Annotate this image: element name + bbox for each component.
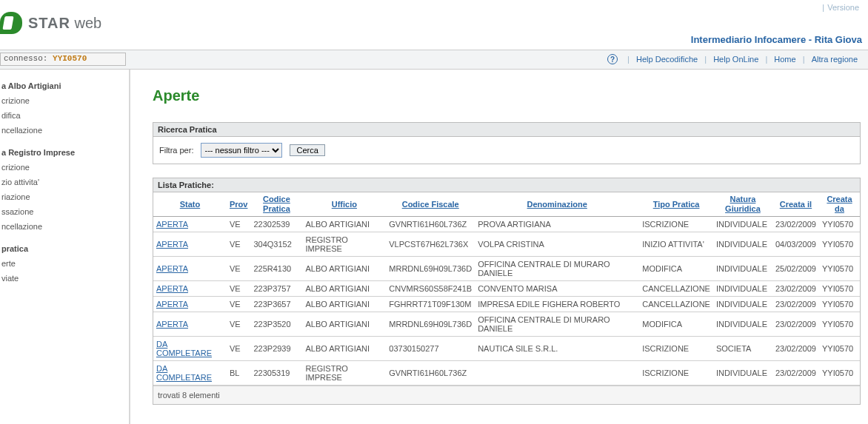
sidebar-item[interactable]: ncellazione [0,219,129,234]
link-help-decodifiche[interactable]: Help Decodifiche [636,55,698,64]
cell-codice: 22302539 [250,217,302,232]
col-creata-il[interactable]: Creata il [772,192,819,217]
sidebar-group-albo: a Albo Artigiani [0,77,129,93]
cell-codice: 225R4130 [250,257,302,281]
cell-codice: 22305319 [250,361,302,386]
cell-creata-il: 23/02/2009 [772,217,819,232]
cell-creata-da: YYI0570 [819,337,860,361]
cell-ufficio: REGISTRO IMPRESE [302,232,386,257]
cell-denom: NAUTICA SILE S.R.L. [475,337,639,361]
stato-link[interactable]: APERTA [156,284,188,293]
link-home[interactable]: Home [774,55,795,64]
cell-ufficio: REGISTRO IMPRESE [302,361,386,386]
table-row: DA COMPLETAREVE223P2939ALBO ARTIGIANI037… [153,337,860,361]
cell-creata-da: YYI0570 [819,361,860,386]
cell-natura: SOCIETA [713,337,772,361]
table-row: APERTAVE22302539ALBO ARTIGIANIGVNRTI61H6… [153,217,860,232]
cell-tipo: ISCRIZIONE [639,337,713,361]
cell-cf: MRRDNL69H09L736D [386,257,475,281]
cell-prov: VE [227,337,250,361]
cell-ufficio: ALBO ARTIGIANI [302,281,386,297]
stato-link[interactable]: APERTA [156,300,188,309]
table-row: APERTAVE223P3520ALBO ARTIGIANIMRRDNL69H0… [153,312,860,337]
filter-panel-title: Ricerca Pratica [153,123,860,137]
stato-link[interactable]: APERTA [156,240,188,249]
col-codice-fiscale[interactable]: Codice Fiscale [386,192,475,217]
intermediary-label: Intermediario Infocamere - Rita Giova [691,34,862,45]
cell-natura: INDIVIDUALE [713,217,772,232]
sidebar-item[interactable]: crizione [0,93,129,108]
col-natura-giuridica[interactable]: Natura Giuridica [713,192,772,217]
cell-tipo: CANCELLAZIONE [639,297,713,312]
cell-creata-il: 23/02/2009 [772,297,819,312]
sidebar-item[interactable]: crizione [0,160,129,175]
col-ufficio[interactable]: Ufficio [302,192,386,217]
stato-link[interactable]: DA COMPLETARE [156,340,212,357]
sidebar-item[interactable]: ssazione [0,204,129,219]
col-creata-da[interactable]: Creata da [819,192,860,217]
filter-select[interactable]: --- nessun filtro --- [201,143,282,158]
sidebar-item[interactable]: ncellazione [0,123,129,138]
stato-link[interactable]: DA COMPLETARE [156,364,212,382]
cell-creata-il: 23/02/2009 [772,337,819,361]
col-tipo-pratica[interactable]: Tipo Pratica [639,192,713,217]
cell-tipo: ISCRIZIONE [639,217,713,232]
search-button[interactable]: Cerca [290,144,324,156]
sidebar-item[interactable]: viate [0,271,129,286]
version-label[interactable]: |Versione [822,3,862,12]
sidebar-group-pratica: pratica [0,240,129,256]
sidebar-item[interactable]: zio attivita' [0,175,129,189]
pratiche-table: Stato Prov Codice Pratica Ufficio Codice… [153,192,860,386]
cell-creata-da: YYI0570 [819,312,860,337]
table-row: APERTAVE225R4130ALBO ARTIGIANIMRRDNL69H0… [153,257,860,281]
cell-prov: VE [227,281,250,297]
cell-cf: GVNRTI61H60L736Z [386,361,475,386]
cell-creata-il: 25/02/2009 [772,257,819,281]
sidebar-item[interactable]: difica [0,108,129,123]
app-logo: STAR web [0,12,101,34]
cell-codice: 223P3520 [250,312,302,337]
cell-tipo: MODIFICA [639,312,713,337]
col-codice-pratica[interactable]: Codice Pratica [250,192,302,217]
cell-creata-da: YYI0570 [819,257,860,281]
filter-label: Filtra per: [159,146,193,155]
cell-cf: 03730150277 [386,337,475,361]
cell-cf: CNVMRS60S58F241B [386,281,475,297]
col-denominazione[interactable]: Denominazione [475,192,639,217]
cell-natura: INDIVIDUALE [713,232,772,257]
table-footer: trovati 8 elementi [153,386,860,404]
cell-creata-il: 04/03/2009 [772,232,819,257]
help-icon[interactable]: ? [607,54,618,64]
cell-creata-il: 23/02/2009 [772,281,819,297]
table-row: APERTAVE223P3657ALBO ARTIGIANIFGHRRT71T0… [153,297,860,312]
stato-link[interactable]: APERTA [156,320,188,329]
cell-denom: OFFICINA CENTRALE DI MURARO DANIELE [475,257,639,281]
cell-creata-il: 23/02/2009 [772,312,819,337]
cell-tipo: INIZIO ATTIVITA' [639,232,713,257]
cell-tipo: MODIFICA [639,257,713,281]
cell-creata-da: YYI0570 [819,281,860,297]
col-prov[interactable]: Prov [227,192,250,217]
table-row: APERTAVE223P3757ALBO ARTIGIANICNVMRS60S5… [153,281,860,297]
stato-link[interactable]: APERTA [156,220,188,229]
sidebar: a Albo Artigiani crizione difica ncellaz… [0,70,130,424]
cell-cf: VLPCST67H62L736X [386,232,475,257]
sidebar-item[interactable]: riazione [0,189,129,204]
sidebar-item[interactable]: erte [0,256,129,271]
cell-tipo: CANCELLAZIONE [639,281,713,297]
cell-natura: INDIVIDUALE [713,312,772,337]
app-name: STAR web [28,15,101,32]
cell-denom: VOLPA CRISTINA [475,232,639,257]
cell-ufficio: ALBO ARTIGIANI [302,217,386,232]
cell-denom [475,361,639,386]
filter-panel: Ricerca Pratica Filtra per: --- nessun f… [153,122,861,164]
link-help-online[interactable]: Help OnLine [713,55,758,64]
cell-tipo: ISCRIZIONE [639,361,713,386]
stato-link[interactable]: APERTA [156,264,188,273]
cell-prov: VE [227,297,250,312]
link-altra-regione[interactable]: Altra regione [812,55,858,64]
cell-prov: VE [227,257,250,281]
cell-codice: 223P2939 [250,337,302,361]
col-stato[interactable]: Stato [153,192,227,217]
cell-ufficio: ALBO ARTIGIANI [302,297,386,312]
